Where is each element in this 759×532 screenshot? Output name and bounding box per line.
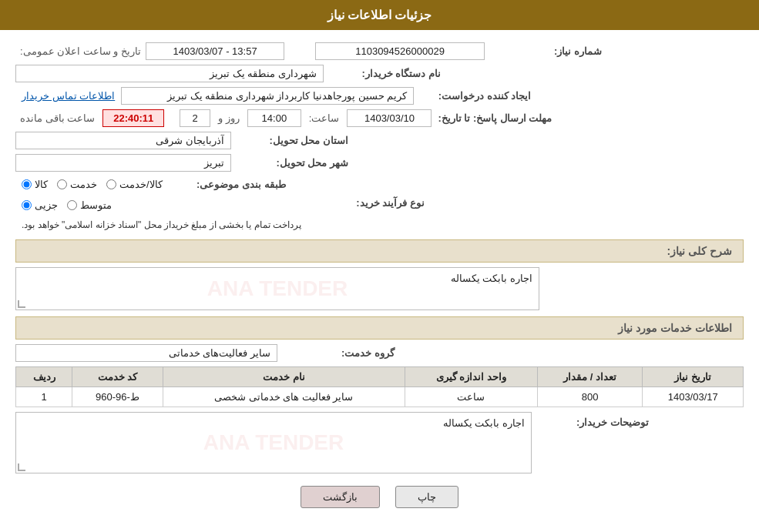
creator-row: ایجاد کننده درخواست: کریم حسین پورجاهدنی… [15, 87, 744, 105]
need-number-value: 1103094526000029 [315, 42, 485, 60]
description-value: اجاره بابکت یکساله [451, 273, 532, 284]
deadline-timer-label [167, 116, 176, 121]
process-label: نوع فرآیند خرید: [307, 197, 431, 209]
province-value: آذربایجان شرقی [15, 132, 231, 149]
category-row: طبقه بندی موضوعی: کالا/خدمت خدمت کالا [15, 176, 744, 192]
category-khedmat-item: خدمت [57, 179, 97, 190]
org-name-label: نام دستگاه خریدار: [324, 68, 447, 79]
service-group-value: سایر فعالیت‌های خدماتی [15, 344, 277, 362]
city-row: شهر محل تحویل: تبریز [15, 154, 744, 172]
city-label: شهر محل تحویل: [231, 157, 354, 169]
deadline-date: 1403/03/10 [347, 109, 432, 127]
deadline-label: مهلت ارسال پاسخ: تا تاریخ: [435, 112, 558, 124]
contact-link[interactable]: اطلاعات تماس خریدار [15, 88, 121, 104]
col-header-name: نام خدمت [163, 367, 405, 387]
deadline-time-label: ساعت: [304, 110, 344, 126]
category-kala-khedmat-label: کالا/خدمت [119, 179, 163, 190]
content-area: شماره نیاز: 1103094526000029 1403/03/07 … [0, 38, 759, 513]
public-date-label: تاریخ و ساعت اعلان عمومی: [15, 43, 146, 59]
deadline-remaining-label: ساعت باقی مانده [15, 110, 99, 126]
buyer-desc-value: اجاره بابکت یکساله [443, 417, 525, 429]
org-name-row: نام دستگاه خریدار: شهرداری منطقه یک تبری… [15, 65, 744, 82]
org-name-value: شهرداری منطقه یک تبریز [15, 65, 324, 82]
back-button[interactable]: بازگشت [301, 486, 380, 508]
creator-label: ایجاد کننده درخواست: [414, 90, 537, 102]
cell-date: 1403/03/17 [643, 387, 744, 407]
category-khedmat-radio[interactable] [57, 179, 67, 189]
category-kala-label: کالا [35, 179, 48, 190]
buyer-desc-label: توضیحات خریدار: [532, 412, 655, 428]
cell-unit: ساعت [405, 387, 537, 407]
process-motavaset-item: متوسط [67, 199, 112, 211]
province-row: استان محل تحویل: آذربایجان شرقی [15, 132, 744, 149]
deadline-days-label: روز و [213, 110, 244, 126]
category-kala-khedmat-item: کالا/خدمت [106, 179, 163, 190]
col-header-unit: واحد اندازه گیری [405, 367, 537, 387]
description-box: اجاره بابکت یکساله ANA TENDER [15, 267, 539, 310]
deadline-row: مهلت ارسال پاسخ: تا تاریخ: 1403/03/10 سا… [15, 109, 744, 127]
cell-count: 800 [537, 387, 643, 407]
need-number-label: شماره نیاز: [485, 45, 608, 57]
category-label: طبقه بندی موضوعی: [169, 179, 292, 190]
page-container: جزئیات اطلاعات نیاز شماره نیاز: 11030945… [0, 0, 759, 532]
description-section-title: شرح کلی نیاز: [15, 239, 744, 263]
page-title: جزئیات اطلاعات نیاز [327, 8, 432, 22]
process-note: پرداخت تمام یا بخشی از مبلغ خریداز محل "… [15, 216, 307, 233]
public-date-value: 1403/03/07 - 13:57 [146, 42, 284, 60]
resize-handle[interactable] [18, 300, 25, 308]
buyer-desc-resize[interactable] [18, 463, 25, 471]
process-motavaset-label: متوسط [80, 199, 112, 211]
process-jozvi-label: جزیی [35, 199, 58, 211]
cell-row: 1 [16, 387, 72, 407]
province-label: استان محل تحویل: [231, 135, 354, 146]
col-header-count: تعداد / مقدار [537, 367, 643, 387]
col-header-date: تاریخ نیاز [643, 367, 744, 387]
description-section-label: شرح کلی نیاز: [667, 245, 732, 257]
buyer-desc-box: اجاره بابکت یکساله ANA TENDER [15, 412, 532, 473]
category-radio-group: کالا/خدمت خدمت کالا [15, 176, 169, 192]
buyer-desc-row: توضیحات خریدار: اجاره بابکت یکساله ANA T… [15, 412, 744, 473]
services-section-title: اطلاعات خدمات مورد نیاز [15, 316, 744, 340]
services-table: تاریخ نیاز تعداد / مقدار واحد اندازه گیر… [15, 366, 744, 407]
deadline-time: 14:00 [247, 109, 301, 127]
process-radio-group: متوسط جزیی [15, 197, 118, 213]
category-kala-khedmat-radio[interactable] [106, 179, 116, 189]
cell-code: ط-96-960 [72, 387, 163, 407]
process-jozvi-item: جزیی [22, 199, 58, 211]
process-row: نوع فرآیند خرید: متوسط جزیی پرداخت تمام … [15, 197, 744, 233]
print-button[interactable]: چاپ [395, 486, 458, 508]
deadline-timer: 22:40:11 [102, 109, 164, 127]
city-value: تبریز [15, 154, 231, 172]
category-kala-item: کالا [22, 179, 48, 190]
services-section-label: اطلاعات خدمات مورد نیاز [618, 322, 732, 334]
col-header-row: ردیف [16, 367, 72, 387]
button-row: چاپ بازگشت [15, 486, 744, 508]
process-jozvi-radio[interactable] [22, 200, 32, 210]
cell-name: سایر فعالیت های خدماتی شخصی [163, 387, 405, 407]
service-group-row: گروه خدمت: سایر فعالیت‌های خدماتی [15, 344, 744, 362]
category-kala-radio[interactable] [22, 179, 32, 189]
page-header: جزئیات اطلاعات نیاز [0, 0, 759, 30]
process-motavaset-radio[interactable] [67, 200, 77, 210]
category-khedmat-label: خدمت [70, 179, 97, 190]
deadline-days: 2 [180, 109, 210, 127]
description-row: اجاره بابکت یکساله ANA TENDER [15, 267, 744, 310]
col-header-code: کد خدمت [72, 367, 163, 387]
need-number-row: شماره نیاز: 1103094526000029 1403/03/07 … [15, 42, 744, 60]
services-table-container: تاریخ نیاز تعداد / مقدار واحد اندازه گیر… [15, 366, 744, 407]
creator-value: کریم حسین پورجاهدنیا کاربرداز شهرداری من… [121, 87, 414, 105]
table-row: 1403/03/17 800 ساعت سایر فعالیت های خدما… [16, 387, 744, 407]
service-group-label: گروه خدمت: [277, 347, 401, 359]
